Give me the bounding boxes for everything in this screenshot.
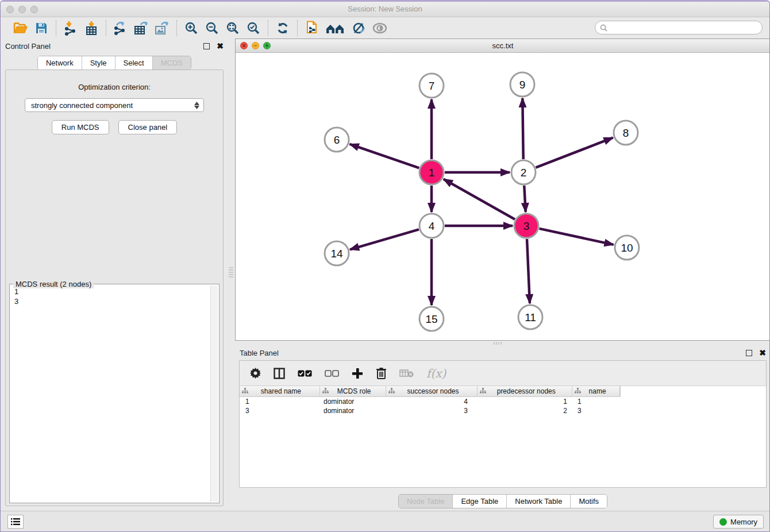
edge-3-10[interactable] <box>539 229 613 245</box>
refresh-layout-icon[interactable] <box>274 20 291 36</box>
node-label: 6 <box>334 134 340 146</box>
export-image-icon[interactable] <box>153 20 171 36</box>
edge-2-8[interactable] <box>536 138 613 168</box>
search-input[interactable] <box>607 24 762 32</box>
cell-successor-nodes[interactable]: 3 <box>386 406 478 415</box>
window-titlebar: Session: New Session <box>1 2 769 17</box>
table-body: 1dominator4113dominator323 <box>240 397 766 415</box>
cell-predecessor-nodes[interactable]: 1 <box>478 397 573 406</box>
edge-2-9[interactable] <box>522 98 523 159</box>
float-panel-icon[interactable] <box>203 43 210 49</box>
style-toggle-icon[interactable] <box>351 20 368 36</box>
column-type-icon <box>242 387 248 395</box>
function-builder-icon[interactable]: f(x) <box>426 367 446 380</box>
open-session-icon[interactable] <box>12 20 29 36</box>
zoom-selected-icon[interactable] <box>245 20 262 36</box>
cell-MCDS-role[interactable]: dominator <box>320 397 386 406</box>
list-icon <box>11 518 20 526</box>
node-1[interactable]: 1 <box>419 160 444 184</box>
zoom-out-icon[interactable] <box>203 20 221 36</box>
result-scrollbar[interactable] <box>210 286 218 502</box>
edge-3-1[interactable] <box>444 179 515 219</box>
optimization-criterion-label: Optimization criterion: <box>6 83 223 91</box>
node-10[interactable]: 10 <box>615 236 639 260</box>
node-2[interactable]: 2 <box>511 160 536 184</box>
deselect-all-icon[interactable] <box>325 370 339 377</box>
export-network-icon[interactable] <box>112 20 129 36</box>
status-bar: Memory <box>1 511 769 531</box>
column-header-predecessor-nodes[interactable]: predecessor nodes <box>478 386 572 396</box>
hide-details-icon[interactable] <box>371 20 388 36</box>
network-canvas[interactable]: 7968124314101511 <box>236 53 770 340</box>
tab-motifs[interactable]: Motifs <box>571 495 607 508</box>
float-table-panel-icon[interactable] <box>746 350 752 356</box>
cell-name[interactable]: 1 <box>573 397 621 406</box>
cell-successor-nodes[interactable]: 4 <box>386 397 478 406</box>
node-label: 3 <box>523 220 530 232</box>
close-panel-icon[interactable]: ✖ <box>217 42 224 50</box>
zoom-in-icon[interactable] <box>183 20 200 36</box>
column-header-name[interactable]: name <box>572 386 620 396</box>
table-panel-title: Table Panel <box>240 349 279 357</box>
save-session-icon[interactable] <box>33 20 50 36</box>
node-7[interactable]: 7 <box>419 74 444 98</box>
column-header-MCDS-role[interactable]: MCDS role <box>320 386 386 396</box>
node-14[interactable]: 14 <box>325 241 349 265</box>
close-panel-button[interactable]: Close panel <box>118 120 178 134</box>
cell-shared-name[interactable]: 3 <box>240 406 320 415</box>
settings-gear-icon[interactable] <box>250 368 261 379</box>
node-8[interactable]: 8 <box>614 121 638 145</box>
horizontal-splitter[interactable] <box>235 341 770 345</box>
cell-shared-name[interactable]: 1 <box>240 397 320 406</box>
node-15[interactable]: 15 <box>419 307 444 331</box>
delete-table-icon[interactable] <box>399 369 414 378</box>
search-box[interactable] <box>595 21 763 34</box>
node-table-content: f(x) shared nameMCDS rolesuccessor nodes… <box>239 360 767 488</box>
run-mcds-button[interactable]: Run MCDS <box>52 120 109 134</box>
zoom-fit-icon[interactable] <box>224 20 241 36</box>
table-row[interactable]: 1dominator411 <box>240 397 766 406</box>
close-table-panel-icon[interactable]: ✖ <box>759 349 766 357</box>
first-neighbors-icon[interactable] <box>324 20 347 36</box>
node-9[interactable]: 9 <box>510 72 534 97</box>
mcds-result-text[interactable]: 1 3 <box>11 286 210 502</box>
network-graph[interactable]: 7968124314101511 <box>236 53 770 340</box>
delete-column-icon[interactable] <box>376 367 387 379</box>
add-column-icon[interactable] <box>352 368 363 379</box>
import-network-icon[interactable] <box>62 20 79 36</box>
cell-predecessor-nodes[interactable]: 2 <box>478 406 573 415</box>
tab-style[interactable]: Style <box>82 56 116 70</box>
tab-select[interactable]: Select <box>116 56 153 70</box>
node-11[interactable]: 11 <box>518 305 542 329</box>
tab-mcds[interactable]: MCDS <box>153 56 191 70</box>
criterion-dropdown[interactable]: strongly connected component <box>25 98 204 112</box>
network-view-window: × − + scc.txt 7968124314101511 <box>235 38 770 341</box>
tab-node-table[interactable]: Node Table <box>399 495 453 508</box>
cell-name[interactable]: 3 <box>573 406 621 415</box>
edge-2-3[interactable] <box>524 186 525 212</box>
column-header-successor-nodes[interactable]: successor nodes <box>386 386 478 396</box>
edge-1-6[interactable] <box>350 144 419 168</box>
edge-4-14[interactable] <box>350 229 419 249</box>
cell-MCDS-role[interactable]: dominator <box>320 406 386 415</box>
task-history-button[interactable] <box>7 515 24 529</box>
node-3[interactable]: 3 <box>514 214 538 238</box>
column-header-shared-name[interactable]: shared name <box>240 386 320 396</box>
column-layout-icon[interactable] <box>274 368 285 379</box>
main-toolbar <box>1 17 769 38</box>
table-row[interactable]: 3dominator323 <box>240 406 766 415</box>
export-table-icon[interactable] <box>133 20 150 36</box>
node-label: 10 <box>621 242 633 254</box>
node-label: 7 <box>429 80 435 92</box>
tab-edge-table[interactable]: Edge Table <box>453 495 507 508</box>
copy-network-icon[interactable] <box>303 20 321 36</box>
tab-network[interactable]: Network <box>38 56 82 70</box>
node-4[interactable]: 4 <box>419 214 444 238</box>
node-6[interactable]: 6 <box>325 128 349 152</box>
import-table-icon[interactable] <box>83 20 100 36</box>
memory-button[interactable]: Memory <box>713 515 764 529</box>
edge-3-11[interactable] <box>527 239 530 303</box>
select-all-icon[interactable] <box>298 370 312 377</box>
tab-network-table[interactable]: Network Table <box>507 495 571 508</box>
vertical-splitter[interactable] <box>228 38 235 513</box>
